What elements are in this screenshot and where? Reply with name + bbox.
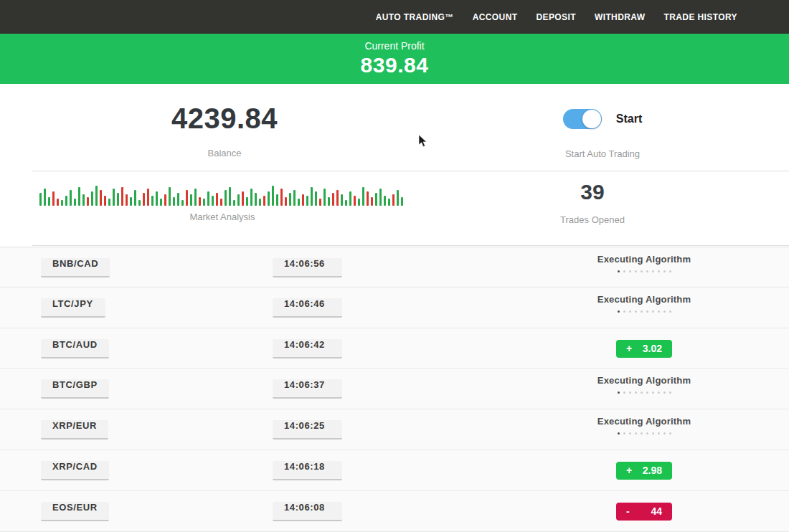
table-row: LTC/JPY 14:06:46 Executing Algorithm	[0, 288, 789, 328]
executing-label: Executing Algorithm	[580, 294, 709, 305]
table-row: BNB/CAD 14:06:56 Executing Algorithm	[0, 247, 789, 288]
loader-dots	[580, 391, 709, 394]
market-section: Market Analysis 39 Trades Opened	[0, 171, 789, 244]
auto-trading-toggle-block: Start Start Auto Trading	[531, 84, 674, 171]
auto-trading-page: AUTO TRADING™ ACCOUNT DEPOSIT WITHDRAW T…	[0, 0, 789, 532]
pair-badge: XRP/CAD	[41, 461, 109, 480]
executing-label: Executing Algorithm	[580, 375, 709, 386]
balance-caption: Balance	[117, 148, 332, 158]
result-amount: 44	[651, 505, 662, 517]
nav-item-account[interactable]: ACCOUNT	[473, 12, 518, 22]
profit-badge: + 3.02	[616, 340, 672, 358]
time-badge: 14:06:18	[273, 461, 342, 480]
executing-label: Executing Algorithm	[580, 254, 709, 265]
loss-badge: - 44	[616, 503, 672, 521]
toggle-label: Start	[616, 113, 642, 125]
nav-item-deposit[interactable]: DEPOSIT	[536, 12, 575, 22]
pair-badge: BTC/AUD	[41, 339, 109, 358]
result-amount: 2.98	[643, 465, 662, 476]
time-badge: 14:06:37	[273, 379, 342, 399]
trades-table: BNB/CAD 14:06:56 Executing Algorithm LTC…	[0, 247, 789, 532]
loader-dots	[580, 310, 709, 313]
profit-badge: + 2.98	[616, 462, 672, 480]
nav-item-trade-history[interactable]: TRADE HISTORY	[663, 12, 737, 22]
pair-badge: EOS/EUR	[41, 502, 109, 521]
auto-trading-toggle[interactable]	[563, 109, 602, 129]
status-executing: Executing Algorithm	[580, 416, 709, 434]
auto-trading-caption: Start Auto Trading	[531, 148, 674, 159]
pair-badge: BTC/GBP	[41, 379, 109, 399]
toggle-knob	[582, 110, 601, 128]
result-amount: 3.02	[643, 343, 662, 354]
table-top-divider	[32, 245, 789, 246]
status-executing: Executing Algorithm	[580, 375, 709, 394]
time-badge: 14:06:56	[273, 258, 342, 277]
current-profit-value: 839.84	[361, 53, 429, 77]
table-row: XRP/CAD 14:06:18 + 2.98	[0, 450, 789, 491]
nav-item-auto-trading[interactable]: AUTO TRADING™	[376, 12, 454, 22]
time-badge: 14:06:46	[273, 298, 342, 318]
table-row: BTC/AUD 14:06:42 + 3.02	[0, 328, 789, 369]
result-sign: -	[626, 505, 630, 517]
current-profit-banner: Current Profit 839.84	[0, 34, 789, 84]
result-sign: +	[626, 343, 632, 354]
pair-badge: LTC/JPY	[41, 298, 105, 318]
market-analysis-chart	[39, 181, 405, 206]
trades-opened-caption: Trades Opened	[521, 214, 664, 225]
balance-value: 4239.84	[117, 103, 332, 135]
current-profit-label: Current Profit	[364, 40, 424, 52]
loader-dots	[580, 432, 709, 434]
balance-block: 4239.84 Balance	[117, 103, 332, 158]
table-row: XRP/EUR 14:06:25 Executing Algorithm	[0, 409, 789, 450]
executing-label: Executing Algorithm	[580, 416, 709, 427]
time-badge: 14:06:42	[273, 339, 342, 358]
loader-dots	[580, 270, 709, 272]
market-analysis-caption: Market Analysis	[39, 212, 405, 222]
pair-badge: BNB/CAD	[41, 258, 110, 277]
nav-item-withdraw[interactable]: WITHDRAW	[595, 12, 646, 22]
table-row: BTC/GBP 14:06:37 Executing Algorithm	[0, 369, 789, 409]
result-sign: +	[626, 465, 632, 476]
pair-badge: XRP/EUR	[41, 420, 108, 440]
trades-opened-value: 39	[521, 180, 664, 204]
trades-opened-block: 39 Trades Opened	[521, 171, 664, 225]
status-executing: Executing Algorithm	[580, 254, 709, 272]
time-badge: 14:06:25	[273, 420, 342, 440]
time-badge: 14:06:08	[273, 502, 342, 521]
top-navbar: AUTO TRADING™ ACCOUNT DEPOSIT WITHDRAW T…	[0, 0, 789, 34]
table-row: EOS/EUR 14:06:08 - 44	[0, 491, 789, 532]
balance-section: 4239.84 Balance Start Start Auto Trading	[0, 84, 789, 171]
status-executing: Executing Algorithm	[580, 294, 709, 313]
